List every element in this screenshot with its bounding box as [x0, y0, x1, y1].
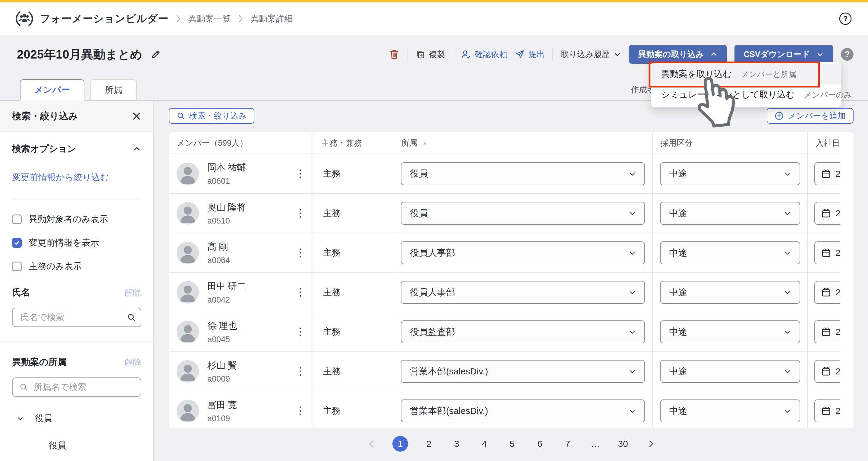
department-select[interactable]: 役員 — [401, 162, 645, 185]
department-value: 役員 — [401, 168, 628, 180]
hire-date-field[interactable]: 20 — [814, 162, 840, 185]
department-select[interactable]: 営業本部(salesDiv.) — [401, 360, 645, 383]
hire-type-cell: 中途 — [652, 154, 808, 193]
filter-by-previous-info-link[interactable]: 変更前情報から絞り込む — [12, 171, 141, 183]
breadcrumb-transfer-list[interactable]: 異動案一覧 — [188, 13, 230, 24]
kebab-menu-icon[interactable] — [298, 168, 303, 180]
kebab-menu-icon[interactable] — [298, 326, 303, 338]
checkbox[interactable] — [12, 262, 22, 271]
name-search-input[interactable]: 氏名で検索 — [12, 308, 141, 327]
import-menu-item[interactable]: 異動案を取り込む メンバーと所属 — [651, 64, 841, 84]
pagination-prev-icon[interactable] — [365, 436, 378, 452]
kebab-menu-icon[interactable] — [298, 207, 303, 220]
department-select[interactable]: 営業本部(salesDiv.) — [401, 399, 645, 422]
add-member-button[interactable]: メンバーを追加 — [767, 108, 854, 124]
import-menu-item[interactable]: シミュレーションとして取り込む メンバーのみ — [651, 84, 841, 105]
tab[interactable]: 所属 — [90, 79, 137, 100]
help-icon[interactable]: ? — [838, 12, 852, 26]
column-header[interactable]: 所属 ▲ — [393, 132, 652, 153]
column-header[interactable]: 採用区分 ▲ — [652, 132, 808, 153]
submit-button[interactable]: 提出 — [515, 49, 545, 60]
hire-date-field[interactable]: 20 — [814, 241, 840, 264]
pagination-page[interactable]: … — [588, 436, 602, 452]
hire-date-field[interactable]: 20 — [814, 281, 840, 304]
tab[interactable]: メンバー — [20, 79, 84, 100]
search-options-header[interactable]: 検索オプション — [12, 143, 141, 155]
pagination-page[interactable]: 1 — [393, 436, 408, 452]
csv-download-button[interactable]: CSVダウンロード — [735, 45, 833, 64]
column-header[interactable]: 主務・兼務 ▲ — [313, 132, 393, 153]
dept-cell: 役員人事部 — [393, 233, 652, 272]
edit-title-icon[interactable] — [151, 49, 161, 59]
pagination-page[interactable]: 4 — [477, 436, 491, 452]
hire-type-cell: 中途 — [652, 391, 808, 428]
table-row: 徐 理也 a0045 主務 役員監 — [169, 312, 840, 351]
chevron-down-icon — [783, 367, 792, 376]
hire-type-cell: 中途 — [652, 273, 808, 312]
import-transfer-button[interactable]: 異動案の取り込み — [629, 45, 727, 64]
name-filter-clear-link[interactable]: 解除 — [124, 287, 141, 298]
department-select[interactable]: 役員人事部 — [401, 241, 645, 264]
filter-checkbox-row[interactable]: 変更前情報を表示 — [12, 237, 141, 249]
chevron-down-icon[interactable] — [16, 414, 24, 422]
pagination-page[interactable]: 6 — [533, 436, 547, 452]
hire-type-select[interactable]: 中途 — [660, 320, 800, 343]
hire-type-select[interactable]: 中途 — [660, 241, 800, 264]
action-bar: 複製 確認依頼 提出 取り込み履歴 異動案の取り込み — [389, 45, 854, 64]
chevron-up-icon — [710, 50, 718, 58]
hire-type-select[interactable]: 中途 — [660, 399, 800, 422]
delete-button[interactable] — [389, 49, 399, 60]
dept-cell: 役員監査部 — [393, 312, 652, 351]
pagination-page[interactable]: 7 — [561, 436, 575, 452]
divider — [407, 48, 407, 61]
column-header[interactable]: メンバー（599人） ▲ — [169, 132, 313, 153]
hire-type-select[interactable]: 中途 — [660, 162, 800, 185]
checkbox[interactable] — [12, 238, 22, 248]
checkbox[interactable] — [12, 214, 22, 224]
import-history-button[interactable]: 取り込み履歴 — [561, 49, 621, 60]
open-search-filter-button[interactable]: 検索・絞り込み — [169, 108, 254, 124]
filter-checkbox-row[interactable]: 異動対象者のみ表示 — [12, 213, 141, 225]
duplicate-button[interactable]: 複製 — [415, 49, 445, 60]
column-header[interactable]: 入社日 ▲ — [808, 132, 840, 153]
filter-checkbox-row[interactable]: 主務のみ表示 — [12, 260, 141, 272]
import-dropdown-menu: 異動案を取り込む メンバーと所属 シミュレーションとして取り込む メンバーのみ — [651, 62, 841, 107]
chevron-down-icon — [783, 328, 792, 336]
pagination-page[interactable]: 3 — [450, 436, 464, 452]
tree-node-child[interactable]: 役員 — [49, 439, 141, 452]
pagination-page[interactable]: 30 — [616, 436, 630, 452]
calendar-icon — [821, 287, 831, 297]
hire-date-field[interactable]: 20 — [814, 202, 840, 225]
hire-date-field[interactable]: 20 — [814, 360, 840, 383]
hire-type-cell: 中途 — [652, 312, 808, 351]
hire-type-select[interactable]: 中途 — [660, 360, 800, 383]
pagination-page[interactable]: 5 — [505, 436, 519, 452]
dept-cell: 営業本部(salesDiv.) — [393, 391, 652, 428]
close-icon[interactable] — [132, 111, 141, 121]
hire-date-field[interactable]: 20 — [814, 399, 840, 422]
department-select[interactable]: 役員人事部 — [401, 281, 645, 304]
pagination-next-icon[interactable] — [644, 436, 658, 452]
hire-type-select[interactable]: 中途 — [660, 281, 800, 304]
pagination-page[interactable]: 2 — [422, 436, 436, 452]
search-icon[interactable] — [122, 313, 141, 322]
hire-type-cell: 中途 — [652, 233, 808, 272]
department-select[interactable]: 役員 — [401, 202, 645, 225]
kebab-menu-icon[interactable] — [298, 365, 303, 378]
hire-date-field[interactable]: 20 — [814, 320, 840, 343]
department-select[interactable]: 役員監査部 — [401, 320, 645, 343]
hire-type-select[interactable]: 中途 — [660, 202, 800, 225]
kebab-menu-icon[interactable] — [298, 247, 303, 259]
tree-node-root[interactable]: 役員 — [12, 412, 141, 425]
duty-label: 主務 — [323, 247, 341, 259]
menu-item-label: シミュレーションとして取り込む — [661, 89, 795, 101]
kebab-menu-icon[interactable] — [298, 405, 303, 417]
dept-search-input[interactable]: 所属名で検索 — [12, 377, 141, 397]
tree-root-label[interactable]: 役員 — [35, 412, 53, 425]
contextual-help-icon[interactable]: ? — [841, 48, 854, 61]
menu-item-suffix: メンバーと所属 — [741, 69, 796, 80]
review-request-button[interactable]: 確認依頼 — [461, 49, 507, 60]
dept-filter-clear-link[interactable]: 解除 — [124, 356, 141, 368]
search-icon — [177, 112, 185, 120]
kebab-menu-icon[interactable] — [298, 286, 303, 299]
